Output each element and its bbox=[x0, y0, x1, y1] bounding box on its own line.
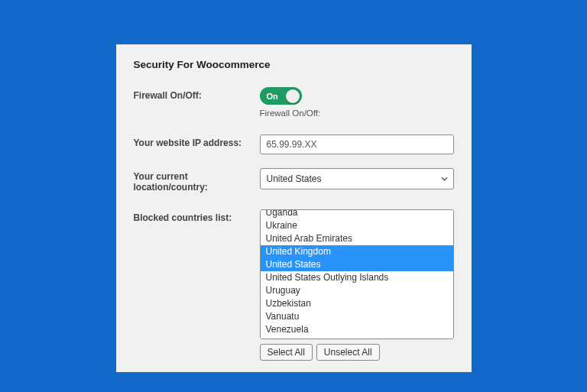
list-item[interactable]: Viet Nam bbox=[261, 336, 453, 339]
list-item[interactable]: United States Outlying Islands bbox=[261, 271, 453, 284]
chevron-down-icon bbox=[441, 176, 448, 183]
firewall-toggle[interactable]: On bbox=[260, 87, 302, 105]
blocked-label: Blocked countries list: bbox=[134, 209, 260, 223]
list-item[interactable]: Ukraine bbox=[261, 219, 453, 232]
location-select[interactable]: United States bbox=[260, 168, 454, 190]
unselect-all-button[interactable]: Unselect All bbox=[316, 344, 380, 361]
list-item[interactable]: United Kingdom bbox=[261, 245, 453, 258]
firewall-label: Firewall On/Off: bbox=[134, 87, 260, 101]
firewall-row: Firewall On/Off: On Firewall On/Off: bbox=[134, 87, 454, 118]
location-value: United States bbox=[267, 173, 322, 184]
firewall-toggle-text: On bbox=[267, 92, 278, 101]
list-item[interactable]: Venezuela bbox=[261, 323, 453, 336]
firewall-field: On Firewall On/Off: bbox=[260, 87, 454, 118]
list-item[interactable]: Uruguay bbox=[261, 284, 453, 297]
ip-row: Your website IP address: bbox=[134, 134, 454, 154]
list-item[interactable]: Uzbekistan bbox=[261, 297, 453, 310]
location-row: Your current location/country: United St… bbox=[134, 168, 454, 193]
settings-panel: Security For Woocommerce Firewall On/Off… bbox=[116, 44, 472, 372]
list-item[interactable]: Uganda bbox=[261, 209, 453, 219]
page-title: Security For Woocommerce bbox=[134, 59, 454, 70]
select-all-button[interactable]: Select All bbox=[260, 344, 313, 361]
firewall-sub-label: Firewall On/Off: bbox=[260, 109, 454, 118]
toggle-knob bbox=[286, 89, 300, 103]
ip-input[interactable] bbox=[260, 134, 454, 154]
location-label: Your current location/country: bbox=[134, 168, 260, 193]
blocked-countries-listbox[interactable]: UgandaUkraineUnited Arab EmiratesUnited … bbox=[260, 209, 454, 339]
blocked-row: Blocked countries list: UgandaUkraineUni… bbox=[134, 209, 454, 361]
list-item[interactable]: United States bbox=[261, 258, 453, 271]
list-item[interactable]: Vanuatu bbox=[261, 310, 453, 323]
list-item[interactable]: United Arab Emirates bbox=[261, 232, 453, 245]
ip-label: Your website IP address: bbox=[134, 134, 260, 148]
